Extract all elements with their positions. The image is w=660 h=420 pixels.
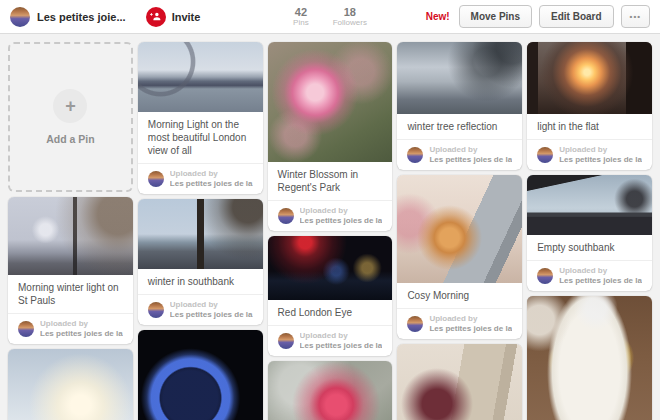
pin-attribution: Uploaded by Les petites joies de la vie … [397,308,522,339]
pin-image-winter-tree-reflection[interactable] [397,42,522,114]
uploader-avatar[interactable] [278,333,294,349]
pin-attribution: Uploaded by Les petites joies de la vie … [527,139,652,170]
uploaded-by-label: Uploaded by [170,169,253,179]
pin-attribution: Uploaded by Les petites joies de la vie … [138,163,263,194]
uploader-avatar[interactable] [537,147,553,163]
uploaded-by-label: Uploaded by [300,331,383,341]
plus-icon: + [53,89,87,123]
pin-card-tree-reflection[interactable]: winter tree reflection Uploaded by Les p… [397,42,522,170]
header-actions: New! Move Pins Edit Board ••• [426,5,650,28]
uploader-avatar[interactable] [148,302,164,318]
pin-attribution: Uploaded by Les petites joies de la vie … [268,200,393,231]
invite-button[interactable]: Invite [146,7,201,27]
pin-attribution: Uploaded by Les petites joies de la vie … [397,139,522,170]
uploader-avatar[interactable] [407,147,423,163]
pin-image-empty-southbank-view[interactable] [527,175,652,235]
pin-card-cosy-morning[interactable]: Cosy Morning Uploaded by Les petites joi… [397,175,522,339]
pin-grid: + Add a Pin Morning winter light on St P… [0,34,660,420]
more-options-button[interactable]: ••• [621,5,650,28]
pin-card-tea[interactable] [397,344,522,420]
pin-title: Red London Eye [268,300,393,325]
uploader-name[interactable]: Les petites joies de la vie londo... [170,310,253,320]
grid-column-2: Morning Light on the most beautiful Lond… [138,42,263,420]
grid-column-3: Winter Blossom in Regent's Park Uploaded… [268,42,393,420]
uploaded-by-label: Uploaded by [170,300,253,310]
uploaded-by-label: Uploaded by [559,266,642,276]
pin-image-window-sunset[interactable] [527,42,652,114]
uploader-name[interactable]: Les petites joies de la vie londo... [300,341,383,351]
pins-count: 42 [293,6,309,19]
uploader-name[interactable]: Les petites joies de la vie londo... [170,179,253,189]
uploaded-by-label: Uploaded by [429,145,512,155]
pin-image-pink-flower[interactable] [268,361,393,420]
pin-title: light in the flat [527,114,652,139]
uploader-avatar[interactable] [278,208,294,224]
pin-image-london-morning-view[interactable] [138,42,263,112]
grid-column-5: light in the flat Uploaded by Les petite… [527,42,652,420]
pin-attribution: Uploaded by Les petites joies de la vie … [138,294,263,325]
pin-card-pink-flower[interactable] [268,361,393,420]
board-header: Les petites joie... Invite 42 Pins 18 Fo… [0,0,660,34]
followers-count: 18 [333,6,367,19]
pin-card-red-eye[interactable]: Red London Eye Uploaded by Les petites j… [268,236,393,356]
pin-image-trafalgar-column[interactable] [8,349,133,420]
stat-followers: 18 Followers [333,6,367,28]
uploader-avatar[interactable] [18,321,34,337]
pin-card-morning-light[interactable]: Morning Light on the most beautiful Lond… [138,42,263,194]
followers-label: Followers [333,18,367,27]
pin-title: Winter Blossom in Regent's Park [268,162,393,200]
grid-column-4: winter tree reflection Uploaded by Les p… [397,42,522,420]
pins-label: Pins [293,18,309,27]
pin-image-st-pauls-embankment[interactable] [8,197,133,275]
uploaded-by-label: Uploaded by [300,206,383,216]
board-stats: 42 Pins 18 Followers [293,6,367,28]
pin-image-eggs-benedict[interactable] [527,296,652,420]
pin-image-pink-blossom[interactable] [268,42,393,162]
pin-image-cosy-breakfast[interactable] [397,175,522,283]
uploader-name[interactable]: Les petites joies de la vie londo... [559,276,642,286]
invite-label: Invite [172,11,201,23]
pin-title: winter in southbank [138,269,263,294]
pin-image-tea-in-bed[interactable] [397,344,522,420]
add-pin-label: Add a Pin [46,133,94,145]
uploaded-by-label: Uploaded by [559,145,642,155]
board-avatar[interactable] [10,7,30,27]
pin-card-winter-southbank[interactable]: winter in southbank Uploaded by Les peti… [138,199,263,325]
uploaded-by-label: Uploaded by [40,319,123,329]
uploader-avatar[interactable] [148,171,164,187]
pin-attribution: Uploaded by Les petites joies de la vie … [8,313,133,344]
pin-title: Morning winter light on St Pauls [8,275,133,313]
board-title: Les petites joie... [37,11,126,23]
uploader-name[interactable]: Les petites joies de la vie londo... [559,155,642,165]
pin-image-southbank-lamppost[interactable] [138,199,263,269]
new-badge: New! [426,11,450,22]
uploaded-by-label: Uploaded by [429,314,512,324]
uploader-avatar[interactable] [537,268,553,284]
pin-title: Morning Light on the most beautiful Lond… [138,112,263,163]
uploader-avatar[interactable] [407,316,423,332]
uploader-name[interactable]: Les petites joies de la vie londo... [429,324,512,334]
pin-attribution: Uploaded by Les petites joies de la vie … [268,325,393,356]
stat-pins: 42 Pins [293,6,309,28]
pin-card-eggs[interactable] [527,296,652,420]
grid-column-1: + Add a Pin Morning winter light on St P… [8,42,133,420]
pin-card-blue-eye[interactable] [138,330,263,420]
pin-card-empty-southbank[interactable]: Empty southbank Uploaded by Les petites … [527,175,652,291]
pin-title: winter tree reflection [397,114,522,139]
uploader-name[interactable]: Les petites joies de la vie londo... [300,216,383,226]
pin-card-trafalgar[interactable] [8,349,133,420]
pin-title: Empty southbank [527,235,652,260]
uploader-name[interactable]: Les petites joies de la vie londo... [40,329,123,339]
pin-image-red-london-eye-night[interactable] [268,236,393,300]
move-pins-button[interactable]: Move Pins [459,5,532,28]
uploader-name[interactable]: Les petites joies de la vie londo... [429,155,512,165]
pin-card-light-flat[interactable]: light in the flat Uploaded by Les petite… [527,42,652,170]
edit-board-button[interactable]: Edit Board [539,5,614,28]
pin-attribution: Uploaded by Les petites joies de la vie … [527,260,652,291]
pin-image-blue-london-eye-night[interactable] [138,330,263,420]
pin-card-winter-blossom[interactable]: Winter Blossom in Regent's Park Uploaded… [268,42,393,231]
person-add-icon [146,7,166,27]
add-pin-button[interactable]: + Add a Pin [8,42,133,192]
pin-card-st-pauls[interactable]: Morning winter light on St Pauls Uploade… [8,197,133,344]
pin-title: Cosy Morning [397,283,522,308]
